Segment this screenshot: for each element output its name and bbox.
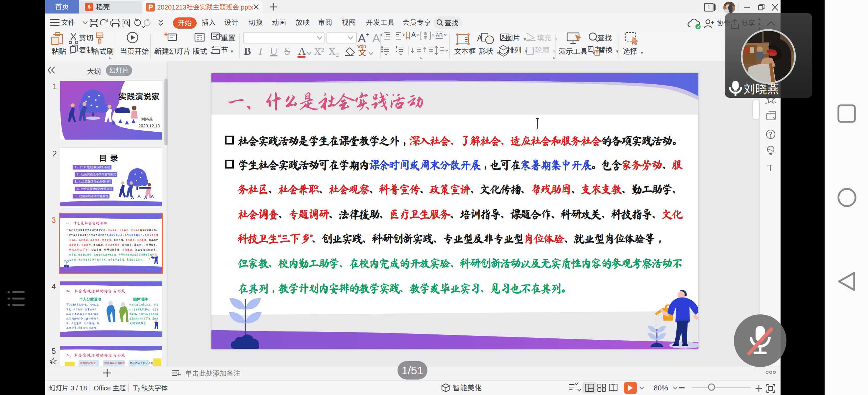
svg-text:填充: 填充 [537, 34, 551, 42]
svg-text:3、社会实践活动的必备材料: 3、社会实践活动的必备材料 [74, 179, 111, 184]
svg-text:A: A [373, 32, 380, 44]
svg-text:以上指导教师;有1名队长、成员间: 以上指导教师;有1名队长、成员间 [129, 308, 158, 311]
svg-text:务社区、社会兼职、社会观察、科普宣传、文化传播、帮残助困、支: 务社区、社会兼职、社会观察、科普宣传、文化传播、帮残助困、支农支教、勤工助学 [69, 238, 158, 242]
svg-text:对否典可无远知乎: 对否典可无远知乎 [104, 361, 125, 365]
svg-text:家庭、社区机构、企事业单位、: 家庭、社区机构、企事业单位、 [66, 308, 99, 311]
svg-text:▼: ▼ [552, 49, 556, 54]
svg-text:刘晓燕: 刘晓燕 [141, 116, 153, 122]
svg-text:但家教、校内勤工助学、在校内完成的开放实验、科研创新活动以及: 但家教、校内勤工助学、在校内完成的开放实验、科研创新活动以及无实质性内容的参观 [69, 253, 156, 256]
svg-text:2、社会实践活动的内容写形式: 2、社会实践活动的内容写形式 [76, 172, 116, 176]
svg-text:新建幻灯片: 新建幻灯片 [155, 48, 191, 56]
svg-text:1、什么是社会实践活动: 1、什么是社会实践活动 [74, 165, 110, 169]
svg-text:▼: ▼ [230, 49, 234, 54]
svg-text:社会调查、专题调研、法律援助、医疗卫生服务、培训指导、课题合: 社会调查、专题调研、法律援助、医疗卫生服务、培训指导、课题合作、科研攻关、 [69, 243, 158, 247]
svg-text:▼: ▼ [210, 50, 214, 55]
svg-text:队伍人数应为5人以上、有1名: 队伍人数应为5人以上、有1名 [129, 303, 158, 307]
svg-text:排列: 排列 [507, 46, 522, 54]
svg-text:U: U [270, 45, 278, 57]
svg-text:?: ? [137, 387, 140, 392]
svg-text:当页开始: 当页开始 [120, 48, 149, 56]
svg-text:可以由1-2名学生、分散在: 可以由1-2名学生、分散在 [66, 303, 99, 307]
svg-text:▼: ▼ [591, 50, 596, 55]
svg-text:复制: 复制 [79, 46, 93, 54]
svg-text:S: S [284, 45, 290, 57]
svg-text:传、政策宣讲、文化传播、勤: 传、政策宣讲、文化传播、勤 [66, 321, 99, 325]
svg-text:形状: 形状 [479, 48, 493, 56]
svg-text:剪切: 剪切 [79, 34, 93, 42]
svg-text:文本框: 文本框 [454, 48, 476, 56]
svg-text:图片: 图片 [506, 34, 520, 42]
svg-text:替换: 替换 [598, 46, 613, 54]
svg-text:科技卫生“三下乡”、创业实践、科研创新实践、岗位体验、就业型: 科技卫生“三下乡”、创业实践、科研创新实践、岗位体验、就业型岗位体验等， [69, 248, 158, 252]
svg-text:重置: 重置 [221, 34, 236, 42]
svg-text:演示工具: 演示工具 [559, 48, 588, 56]
svg-text:▼: ▼ [69, 50, 73, 55]
svg-text:▼: ▼ [640, 50, 644, 55]
svg-text:▼: ▼ [615, 49, 619, 54]
svg-text:式实践活动;个人进行科普宣: 式实践活动;个人进行科普宣 [66, 317, 99, 320]
svg-text:2020.12.13: 2020.12.13 [138, 123, 160, 129]
svg-text:个人分散活动: 个人分散活动 [79, 296, 101, 302]
svg-text:轮廓: 轮廓 [535, 46, 549, 54]
svg-text:二、社会实践活动的内容与形式: 二、社会实践活动的内容与形式 [65, 289, 125, 293]
svg-text:5、社会实践活动的重要性: 5、社会实践活动的重要性 [74, 194, 108, 198]
svg-text:在其列，教学计划内安排的教学实践、教学或毕业实习、见习也不在: 在其列，教学计划内安排的教学实践、教学或毕业实习、见习也不在其列。 [69, 258, 145, 261]
svg-text:二、社会实践活动的内容与形式: 二、社会实践活动的内容与形式 [65, 353, 125, 358]
svg-text:AB: AB [436, 33, 442, 38]
svg-text:每小百人上价，不值: 每小百人上价，不值 [130, 361, 154, 365]
svg-text:选择: 选择 [623, 48, 637, 56]
svg-text:粘贴: 粘贴 [52, 48, 66, 56]
svg-text:A: A [589, 47, 591, 51]
svg-text:查找: 查找 [597, 34, 612, 42]
svg-text:明确分工、有相对确定的实践区域: 明确分工、有相对确定的实践区域 [129, 312, 158, 316]
svg-text:A: A [358, 32, 366, 44]
svg-text:□ 学生社会实践活动可在学期内课余时间或周末分散开展，也可在: □ 学生社会实践活动可在学期内课余时间或周末分散开展，也可在寒暑期集中，包含家务… [67, 233, 158, 237]
svg-text:▼: ▼ [523, 37, 527, 42]
svg-text:实践演说家: 实践演说家 [119, 90, 160, 102]
svg-text:T: T [133, 384, 138, 392]
svg-text:A: A [477, 31, 482, 44]
svg-text:I: I [258, 45, 263, 57]
svg-text:工助学等“项目化”实践活动。: 工助学等“项目化”实践活动。 [66, 326, 99, 330]
svg-text:▼: ▼ [496, 50, 500, 55]
svg-text:X²: X² [314, 46, 324, 57]
svg-text:A: A [411, 31, 416, 38]
svg-text:格式刷: 格式刷 [92, 48, 114, 56]
svg-text:▼: ▼ [524, 49, 528, 54]
svg-text:T: T [767, 162, 773, 173]
svg-text:成果;活动时间不少于7天、最终形: 成果;活动时间不少于7天、最终形 [129, 317, 158, 320]
svg-text:wén: wén [357, 44, 366, 49]
svg-text:节: 节 [221, 46, 228, 54]
svg-text:版式: 版式 [193, 48, 207, 56]
svg-text:▼: ▼ [554, 37, 558, 42]
svg-text:A: A [298, 45, 306, 57]
svg-text:4、社会实践活动的考核办法: 4、社会实践活动的考核办法 [76, 187, 112, 191]
svg-text:B: B [244, 45, 251, 57]
svg-text:团体活动: 团体活动 [133, 296, 148, 302]
svg-text:目录: 目录 [99, 152, 121, 163]
svg-text:□ 社会实践活动是学生在课堂教学之外，深入社会、了解社会、适: □ 社会实践活动是学生在课堂教学之外，深入社会、了解社会、适应社会的各项实践活动… [67, 228, 158, 232]
svg-text:战海救灾恢工: 战海救灾恢工 [80, 361, 96, 365]
svg-text:成1篇实践报告。: 成1篇实践报告。 [129, 321, 149, 325]
svg-text:社区开展的社会实践及“体验: 社区开展的社会实践及“体验 [66, 312, 99, 316]
svg-text:一、什么是社会实践活动: 一、什么是社会实践活动 [65, 221, 107, 225]
svg-text:X₂: X₂ [329, 46, 339, 57]
svg-text:+: + [366, 31, 370, 38]
svg-text:1: 1 [707, 4, 710, 10]
